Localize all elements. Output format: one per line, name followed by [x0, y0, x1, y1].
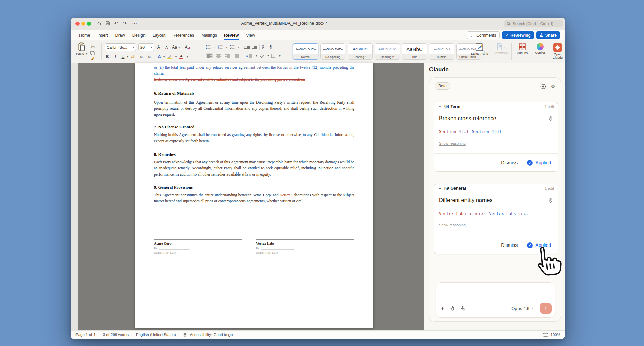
applied-button[interactable]: ✓ Applied	[527, 160, 551, 166]
font-size-select[interactable]: 26▾	[138, 43, 154, 51]
search-input[interactable]: Search (Cmd + Ctrl + I)	[504, 20, 563, 27]
tab-insert[interactable]: Insert	[97, 30, 108, 40]
styles-pane-button[interactable]: Styles Pane	[471, 43, 488, 55]
shrink-font-icon[interactable]: Aˇ	[164, 44, 170, 51]
collapse-chevron-icon[interactable]	[438, 187, 442, 190]
section-body: Upon termination of this Agreement or at…	[154, 99, 354, 117]
bullet-list-icon[interactable]	[206, 45, 211, 49]
open-claude-button[interactable]: Open Claude	[549, 43, 565, 59]
attach-plus-icon[interactable]: +	[441, 305, 444, 312]
dismiss-button[interactable]: Dismiss	[501, 160, 518, 165]
tab-draw[interactable]: Draw	[115, 30, 125, 40]
signature-row: Acme Corp. By: ____________________ Name…	[154, 239, 354, 254]
show-reasoning-link[interactable]: Show reasoning	[439, 223, 466, 227]
doc-section-7: 7. No License Granted Nothing in this Ag…	[154, 124, 354, 144]
multilevel-list-icon[interactable]	[230, 45, 235, 49]
reviewing-button[interactable]: ✓ Reviewing	[502, 31, 534, 39]
style-heading-2[interactable]: AaBbCcDcHeading 2	[375, 43, 400, 60]
accessibility-status[interactable]: Accessibility: Good to go	[190, 333, 233, 337]
clear-formatting-icon[interactable]: A◢	[185, 44, 190, 51]
italic-icon[interactable]: I	[113, 53, 118, 60]
bold-icon[interactable]: B	[105, 53, 110, 60]
focus-mode-icon[interactable]	[543, 333, 548, 337]
superscript-icon[interactable]: x2	[146, 53, 152, 60]
dismiss-button[interactable]: Dismiss	[501, 242, 518, 248]
style-normal[interactable]: AaBbCcDdEeNormal	[293, 43, 318, 60]
new-chat-icon[interactable]	[540, 84, 546, 89]
close-window-button[interactable]	[75, 22, 80, 26]
copy-icon[interactable]	[90, 51, 95, 55]
share-button[interactable]: Share	[536, 31, 560, 39]
share-icon	[540, 33, 544, 37]
tab-review[interactable]: Review	[224, 30, 239, 40]
document-page[interactable]: or (ii) the total fees paid under any re…	[135, 63, 373, 328]
more-toolbar-icon[interactable]: ⋯	[132, 20, 137, 27]
subscript-icon[interactable]: x2	[138, 53, 144, 60]
font-color-icon[interactable]: A	[179, 54, 183, 59]
style-heading-1[interactable]: AaBbCclHeading 1	[348, 43, 373, 60]
change-case-icon[interactable]: Aa▾	[172, 44, 180, 51]
home-icon[interactable]	[97, 20, 102, 27]
page-indicator[interactable]: Page 1 of 1	[75, 333, 96, 337]
paragraph-marks-icon[interactable]: ¶	[268, 43, 273, 50]
redo-icon[interactable]: ↷	[123, 20, 127, 27]
show-reasoning-link[interactable]: Show reasoning	[439, 141, 466, 145]
line-spacing-icon[interactable]: ⇕	[245, 54, 252, 58]
save-icon[interactable]	[105, 20, 110, 27]
borders-icon[interactable]	[271, 54, 275, 58]
copilot-button[interactable]: Copilot	[531, 43, 549, 54]
shading-icon[interactable]	[259, 54, 264, 58]
zoom-window-button[interactable]	[87, 22, 91, 26]
format-painter-icon[interactable]	[90, 56, 95, 61]
language-indicator[interactable]: English (United States)	[136, 333, 176, 337]
style-no-spacing[interactable]: AaBbCcDdEeNo Spacing	[320, 43, 345, 60]
send-button[interactable]: ↑	[540, 303, 552, 314]
undo-icon[interactable]: ↶	[114, 20, 118, 27]
numbered-list-icon[interactable]: 123	[218, 45, 223, 49]
align-left-icon[interactable]	[206, 53, 213, 58]
add-ins-button[interactable]: Add-ins	[513, 43, 531, 55]
collapse-chevron-icon[interactable]	[438, 105, 442, 108]
hand-tool-icon[interactable]	[450, 306, 455, 311]
paste-button[interactable]: Paste ▾	[75, 42, 88, 61]
strikethrough-icon[interactable]: ab	[131, 53, 136, 60]
tab-home[interactable]: Home	[79, 30, 90, 40]
word-window: ↶ ↷ ⋯ Acme_Vertex_MutualNDA_v4_Redline.d…	[71, 18, 565, 339]
signature-block-acme: Acme Corp. By: ____________________ Name…	[154, 239, 242, 254]
location-pin-icon[interactable]	[548, 116, 553, 121]
signature-party: Vertex Labs	[256, 242, 354, 245]
justify-icon[interactable]	[234, 53, 240, 58]
settings-gear-icon[interactable]: ⚙	[550, 83, 555, 90]
search-placeholder: Search (Cmd + Ctrl + I)	[513, 22, 553, 26]
style-subtitle[interactable]: AaBbCcDdSubtitle	[429, 43, 454, 60]
align-right-icon[interactable]	[224, 53, 231, 58]
comments-button[interactable]: Comments	[467, 31, 500, 39]
underline-icon[interactable]: U	[120, 53, 126, 60]
tab-layout[interactable]: Layout	[153, 30, 166, 40]
tab-references[interactable]: References	[172, 30, 194, 40]
chat-composer[interactable]: + Opus 4.6 ↑	[436, 282, 555, 318]
grow-font-icon[interactable]: Aˆ	[156, 44, 162, 51]
font-name-select[interactable]: Calibri (Bo...▾	[105, 43, 136, 51]
align-center-icon[interactable]	[215, 53, 222, 58]
microphone-icon[interactable]	[461, 306, 465, 311]
text-effects-icon[interactable]: A	[157, 53, 162, 60]
section-heading: 9. General Provisions	[154, 185, 354, 190]
tab-mailings[interactable]: Mailings	[201, 30, 217, 40]
minimize-window-button[interactable]	[81, 22, 85, 26]
tab-design[interactable]: Design	[132, 30, 146, 40]
section-heading: 6. Return of Materials	[154, 91, 354, 96]
highlight-color-icon[interactable]	[167, 54, 172, 59]
cut-icon[interactable]: ✂	[90, 43, 96, 50]
zoom-level[interactable]: 100%	[550, 333, 560, 337]
model-selector[interactable]: Opus 4.6	[511, 306, 534, 311]
word-count[interactable]: 3 of 298 words	[103, 333, 129, 337]
increase-indent-icon[interactable]	[252, 45, 257, 49]
doc-section-8: 8. Remedies Each Party acknowledges that…	[154, 152, 354, 177]
location-pin-icon[interactable]	[548, 198, 553, 203]
tab-view[interactable]: View	[246, 30, 255, 40]
decrease-indent-icon[interactable]	[244, 45, 250, 49]
style-title[interactable]: AaBbCTitle	[402, 43, 427, 60]
signature-block-vertex: Vertex Labs By: ______________________ N…	[256, 239, 354, 254]
sort-icon[interactable]: AZ↓	[262, 44, 266, 49]
